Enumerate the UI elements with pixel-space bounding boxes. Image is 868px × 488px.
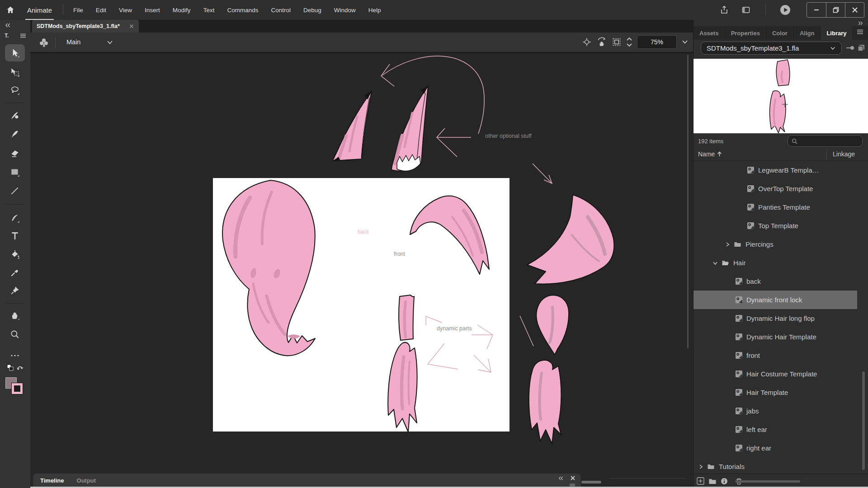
library-item-overtop-template[interactable]: OverTop Template <box>693 179 868 198</box>
subselection-tool[interactable] <box>5 64 25 81</box>
column-divider[interactable] <box>826 149 827 160</box>
tab-color[interactable]: Color <box>766 26 794 40</box>
column-name-header[interactable]: Name <box>698 150 722 158</box>
chevron-down-icon[interactable] <box>713 261 717 265</box>
zoom-tool[interactable] <box>5 326 25 343</box>
pasteboard-hscroll-thumb[interactable] <box>581 481 601 483</box>
new-folder-icon[interactable] <box>708 478 717 484</box>
close-button[interactable] <box>845 3 864 17</box>
tab-close-icon[interactable] <box>129 23 134 29</box>
tab-timeline[interactable]: Timeline <box>40 477 64 488</box>
chevron-right-icon[interactable] <box>725 242 730 247</box>
library-item-dynamic-hair-template[interactable]: Dynamic Hair Template <box>693 328 868 346</box>
tab-assets[interactable]: Assets <box>693 26 725 40</box>
default-swap-colors[interactable] <box>5 362 25 374</box>
scene-dropdown-chevron[interactable] <box>106 40 113 45</box>
workspace-button[interactable] <box>739 3 753 17</box>
label-other-optional-stuff[interactable]: other optional stuff <box>485 133 532 139</box>
paint-bucket-tool[interactable] <box>5 246 25 263</box>
tab-align[interactable]: Align <box>794 26 821 40</box>
menu-item-text[interactable]: Text <box>203 7 215 14</box>
tab-library[interactable]: Library <box>821 26 852 40</box>
library-hscroll-thumb[interactable] <box>735 480 800 483</box>
eyedropper-tool[interactable] <box>5 264 25 281</box>
properties-info-icon[interactable] <box>721 478 728 485</box>
library-item-legwearb-templa[interactable]: LegwearB Templa… <box>693 161 868 179</box>
home-button[interactable] <box>0 0 21 20</box>
right-ear-shape[interactable] <box>392 86 428 171</box>
menu-item-control[interactable]: Control <box>271 7 291 14</box>
menu-item-insert[interactable]: Insert <box>145 7 160 14</box>
clip-content-button[interactable] <box>612 37 622 47</box>
eraser-tool[interactable] <box>5 145 25 162</box>
label-back[interactable]: back <box>358 229 369 235</box>
menu-item-file[interactable]: File <box>73 7 83 14</box>
side-lock-large[interactable] <box>527 195 614 284</box>
library-item-top-template[interactable]: Top Template <box>693 216 868 235</box>
library-item-preview[interactable] <box>693 59 868 133</box>
curved-arrow[interactable] <box>381 56 484 134</box>
library-folder-piercings[interactable]: Piercings <box>693 235 868 253</box>
library-item-front[interactable]: front <box>693 346 868 365</box>
restore-button[interactable] <box>826 3 845 17</box>
selection-tool[interactable] <box>5 44 25 61</box>
side-lock-long[interactable] <box>529 360 561 444</box>
lasso-tool[interactable] <box>5 82 25 99</box>
menu-item-modify[interactable]: Modify <box>173 7 191 14</box>
timeline-close-icon[interactable] <box>570 475 576 481</box>
library-item-right-ear[interactable]: right ear <box>693 439 868 457</box>
library-folder-hair[interactable]: Hair <box>693 253 868 272</box>
scene-name[interactable]: Main <box>66 38 80 46</box>
side-lock-small[interactable] <box>536 295 569 355</box>
rotate-view-button[interactable] <box>596 37 607 47</box>
label-dynamic-parts[interactable]: dynamic parts <box>437 325 472 332</box>
tools-menu-icon[interactable] <box>20 33 26 38</box>
pen-tool[interactable] <box>5 210 25 227</box>
menu-item-window[interactable]: Window <box>334 7 356 14</box>
library-search-box[interactable] <box>788 135 863 147</box>
library-search-input[interactable] <box>800 138 854 145</box>
side-lock-arrow[interactable] <box>533 164 552 183</box>
pointer-line[interactable] <box>520 316 533 346</box>
timeline-collapse-icon[interactable] <box>558 476 564 481</box>
library-item-back[interactable]: back <box>693 272 868 291</box>
library-vscroll-thumb[interactable] <box>862 371 865 470</box>
chevron-right-icon[interactable] <box>698 465 703 469</box>
fluid-brush-tool[interactable] <box>5 107 25 124</box>
label-front[interactable]: front <box>394 251 405 257</box>
share-button[interactable] <box>717 3 731 17</box>
zoom-dropdown-chevron[interactable] <box>681 39 689 45</box>
library-item-hair-costume-template[interactable]: Hair Costume Template <box>693 365 868 383</box>
left-ear-shape[interactable] <box>333 91 372 161</box>
library-item-left-ear[interactable]: left ear <box>693 420 868 439</box>
app-name[interactable]: Animate <box>21 0 58 20</box>
tools-collapse-button[interactable] <box>5 23 11 28</box>
library-item-dynamic-hair-long-flop[interactable]: Dynamic Hair long flop <box>693 309 868 328</box>
library-folder-tutorials[interactable]: Tutorials <box>693 457 868 474</box>
menu-item-debug[interactable]: Debug <box>303 7 321 14</box>
library-item-panties-template[interactable]: Panties Template <box>693 198 868 216</box>
panel-expand-button[interactable] <box>858 21 863 26</box>
center-stage-button[interactable] <box>582 37 592 47</box>
menu-item-commands[interactable]: Commands <box>227 7 258 14</box>
library-item-hair-template[interactable]: Hair Template <box>693 383 868 402</box>
asset-warp-pin-tool[interactable] <box>5 282 25 299</box>
zoom-stepper[interactable] <box>626 36 632 48</box>
line-tool[interactable] <box>5 183 25 200</box>
document-tab[interactable]: SDTMods_sbyTemplate3_1.fla* <box>32 20 139 33</box>
library-panel-menu[interactable] <box>857 29 863 34</box>
hand-tool[interactable] <box>5 307 25 324</box>
library-item-dynamic-front-lock[interactable]: Dynamic front lock <box>693 291 857 309</box>
text-tool[interactable] <box>5 227 25 244</box>
test-movie-button[interactable] <box>778 3 792 17</box>
optional-stuff-arrow[interactable] <box>437 128 471 157</box>
menu-item-help[interactable]: Help <box>368 7 381 14</box>
stroke-color-swatch[interactable] <box>12 383 23 394</box>
dynamic-strip-shape[interactable] <box>399 295 414 340</box>
tab-output[interactable]: Output <box>77 477 96 488</box>
minimize-button[interactable] <box>807 3 826 17</box>
zoom-level-field[interactable]: 75% <box>637 35 677 49</box>
library-item-jabs[interactable]: jabs <box>693 402 868 420</box>
stage-pasteboard[interactable]: other optional stuff back front dynamic … <box>30 53 693 472</box>
new-library-panel-button[interactable] <box>857 44 865 52</box>
